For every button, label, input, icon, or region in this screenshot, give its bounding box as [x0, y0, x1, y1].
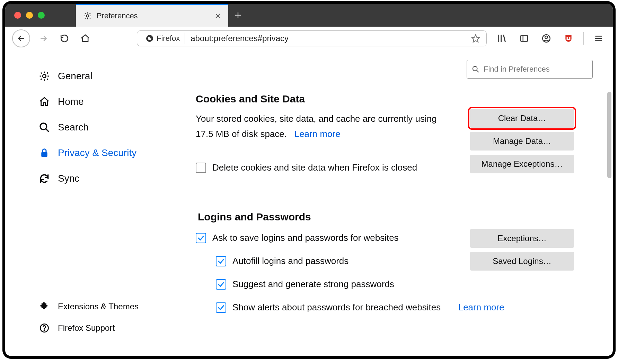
- sidebar-bottom: Extensions & Themes Firefox Support: [38, 296, 175, 346]
- breach-learn-more-link[interactable]: Learn more: [458, 302, 504, 313]
- svg-point-0: [87, 15, 89, 17]
- sidebar-item-home[interactable]: Home: [38, 89, 175, 115]
- breach-label: Show alerts about passwords for breached…: [232, 302, 441, 313]
- sidebar-item-label: Home: [58, 96, 84, 107]
- suggest-label: Suggest and generate strong passwords: [232, 279, 394, 290]
- sidebar-item-extensions[interactable]: Extensions & Themes: [38, 296, 175, 317]
- svg-rect-4: [521, 35, 528, 41]
- svg-point-10: [43, 74, 46, 78]
- url-text: about:preferences#privacy: [186, 34, 467, 43]
- cookies-learn-more-link[interactable]: Learn more: [294, 129, 341, 139]
- cookies-description: Your stored cookies, site data, and cach…: [196, 111, 452, 142]
- url-identity[interactable]: Firefox: [141, 33, 185, 44]
- new-tab-button[interactable]: [228, 4, 248, 27]
- cookies-button-column: Clear Data… Manage Data… Manage Exceptio…: [470, 109, 574, 173]
- sidebar-item-label: Sync: [58, 173, 79, 184]
- sidebar-item-privacy[interactable]: Privacy & Security: [38, 140, 175, 166]
- svg-marker-3: [472, 35, 479, 42]
- svg-point-6: [545, 36, 548, 38]
- breach-checkbox[interactable]: [216, 302, 226, 313]
- library-button[interactable]: [495, 31, 509, 46]
- sync-icon: [38, 173, 50, 184]
- fullscreen-window-button[interactable]: [38, 12, 45, 19]
- tab-title: Preferences: [97, 11, 138, 20]
- search-preferences[interactable]: [467, 60, 593, 79]
- logins-button-column: Exceptions… Saved Logins…: [470, 229, 574, 271]
- sidebar-item-search[interactable]: Search: [38, 115, 175, 140]
- window-controls: [5, 4, 55, 27]
- forward-button[interactable]: [36, 31, 51, 46]
- sidebar-item-label: Search: [58, 122, 89, 133]
- svg-rect-12: [41, 152, 47, 157]
- home-icon: [38, 96, 50, 108]
- close-tab-button[interactable]: [214, 12, 221, 19]
- firefox-icon: [145, 34, 154, 43]
- help-icon: [38, 322, 50, 334]
- nav-right-controls: [495, 31, 606, 46]
- exceptions-button[interactable]: Exceptions…: [470, 229, 574, 248]
- url-identity-label: Firefox: [157, 34, 180, 43]
- back-button[interactable]: [12, 29, 30, 47]
- lock-icon: [38, 147, 50, 159]
- cookies-section: Cookies and Site Data Your stored cookie…: [196, 93, 594, 173]
- sidebar-item-general[interactable]: General: [38, 63, 175, 89]
- sidebar-item-sync[interactable]: Sync: [38, 166, 175, 191]
- gear-icon: [83, 12, 92, 20]
- autofill-checkbox[interactable]: [216, 256, 226, 266]
- suggest-row: Suggest and generate strong passwords: [216, 279, 594, 290]
- preferences-sidebar: General Home Search Privacy & Security: [5, 50, 185, 356]
- bookmark-star-button[interactable]: [468, 34, 483, 43]
- browser-tab[interactable]: Preferences: [76, 4, 228, 27]
- ask-save-checkbox[interactable]: [196, 233, 206, 243]
- sidebar-item-label: Privacy & Security: [58, 147, 136, 158]
- ask-save-label: Ask to save logins and passwords for web…: [212, 233, 399, 243]
- sidebar-item-support[interactable]: Firefox Support: [38, 317, 175, 339]
- svg-rect-9: [567, 39, 571, 40]
- sidebar-item-label: General: [58, 71, 92, 82]
- url-bar[interactable]: Firefox about:preferences#privacy: [137, 30, 487, 46]
- svg-point-14: [44, 330, 45, 330]
- saved-logins-button[interactable]: Saved Logins…: [470, 252, 574, 271]
- clear-data-button[interactable]: Clear Data…: [470, 109, 574, 128]
- search-icon: [38, 121, 50, 133]
- home-button[interactable]: [78, 31, 92, 46]
- puzzle-icon: [38, 301, 50, 312]
- manage-exceptions-button[interactable]: Manage Exceptions…: [470, 155, 574, 173]
- search-preferences-input[interactable]: [483, 64, 588, 74]
- ublock-icon[interactable]: [561, 31, 576, 46]
- logins-section: Logins and Passwords Ask to save logins …: [196, 211, 594, 313]
- sidebar-item-label: Extensions & Themes: [58, 302, 139, 311]
- gear-icon: [38, 70, 50, 82]
- content-area: General Home Search Privacy & Security: [5, 50, 613, 356]
- nav-divider: [583, 32, 584, 45]
- scrollbar[interactable]: [606, 92, 613, 178]
- menu-button[interactable]: [591, 31, 606, 46]
- reload-button[interactable]: [57, 31, 72, 46]
- account-button[interactable]: [539, 31, 554, 46]
- delete-on-close-checkbox[interactable]: [196, 163, 206, 173]
- browser-window: Preferences Firefox: [5, 3, 613, 356]
- autofill-label: Autofill logins and passwords: [232, 256, 348, 266]
- search-icon: [472, 65, 479, 73]
- close-window-button[interactable]: [14, 12, 21, 19]
- suggest-checkbox[interactable]: [216, 279, 226, 290]
- sidebar-item-label: Firefox Support: [58, 323, 115, 333]
- delete-on-close-label: Delete cookies and site data when Firefo…: [212, 162, 417, 173]
- preferences-main: Cookies and Site Data Your stored cookie…: [185, 50, 613, 356]
- nav-toolbar: Firefox about:preferences#privacy: [5, 27, 613, 50]
- cookies-heading: Cookies and Site Data: [196, 93, 594, 105]
- logins-heading: Logins and Passwords: [198, 211, 594, 223]
- breach-row: Show alerts about passwords for breached…: [216, 302, 594, 313]
- tab-strip: Preferences: [5, 4, 613, 27]
- scrollbar-thumb[interactable]: [607, 92, 611, 178]
- sidebar-toggle-button[interactable]: [517, 31, 531, 46]
- minimize-window-button[interactable]: [26, 12, 33, 19]
- manage-data-button[interactable]: Manage Data…: [470, 132, 574, 151]
